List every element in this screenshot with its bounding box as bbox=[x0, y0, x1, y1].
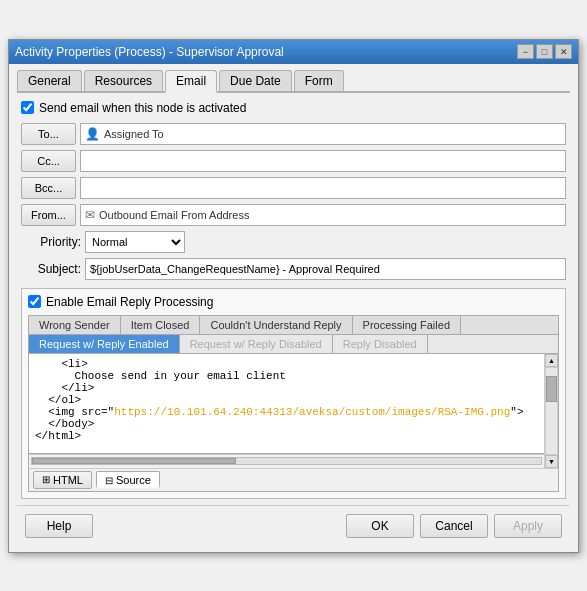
reply-tab-couldnt-understand[interactable]: Couldn't Understand Reply bbox=[200, 316, 352, 334]
from-value: Outbound Email From Address bbox=[99, 209, 561, 221]
to-row: To... 👤 Assigned To bbox=[21, 123, 566, 145]
code-scroll-area: <li> Choose send in your email client </… bbox=[29, 354, 544, 468]
reply-tab-request-disabled: Request w/ Reply Disabled bbox=[180, 335, 333, 353]
send-email-checkbox[interactable] bbox=[21, 101, 34, 114]
bcc-row: Bcc... bbox=[21, 177, 566, 199]
reply-section: Enable Email Reply Processing Wrong Send… bbox=[21, 288, 566, 499]
content-area: General Resources Email Due Date Form Se… bbox=[9, 64, 578, 552]
send-email-row: Send email when this node is activated bbox=[21, 101, 566, 115]
cancel-button[interactable]: Cancel bbox=[420, 514, 488, 538]
to-button[interactable]: To... bbox=[21, 123, 76, 145]
main-window: Activity Properties (Process) - Supervis… bbox=[8, 39, 579, 553]
editor-toolbar: ⊞ HTML ⊟ Source bbox=[29, 468, 558, 491]
horizontal-scrollbar[interactable] bbox=[29, 454, 544, 468]
enable-reply-row: Enable Email Reply Processing bbox=[28, 295, 559, 309]
bottom-right-buttons: OK Cancel Apply bbox=[346, 514, 562, 538]
enable-reply-label: Enable Email Reply Processing bbox=[46, 295, 213, 309]
reply-tab-row2: Request w/ Reply Enabled Request w/ Repl… bbox=[29, 335, 558, 354]
source-tab-label: Source bbox=[116, 474, 151, 486]
tab-email[interactable]: Email bbox=[165, 70, 217, 93]
html-tab-label: HTML bbox=[53, 474, 83, 486]
reply-tab-processing-failed[interactable]: Processing Failed bbox=[353, 316, 461, 334]
tab-resources[interactable]: Resources bbox=[84, 70, 163, 91]
reply-tab-item-closed[interactable]: Item Closed bbox=[121, 316, 201, 334]
ok-button[interactable]: OK bbox=[346, 514, 414, 538]
title-bar: Activity Properties (Process) - Supervis… bbox=[9, 40, 578, 64]
to-field: 👤 Assigned To bbox=[80, 123, 566, 145]
scroll-down-button[interactable]: ▼ bbox=[545, 455, 558, 468]
tab-general[interactable]: General bbox=[17, 70, 82, 91]
window-title: Activity Properties (Process) - Supervis… bbox=[15, 45, 284, 59]
priority-label: Priority: bbox=[21, 235, 81, 249]
subject-field[interactable] bbox=[85, 258, 566, 280]
main-tab-row: General Resources Email Due Date Form bbox=[17, 70, 570, 93]
code-wrapper: <li> Choose send in your email client </… bbox=[29, 354, 558, 468]
priority-row: Priority: Normal High Low bbox=[21, 231, 566, 253]
v-scroll-thumb[interactable] bbox=[546, 376, 557, 402]
source-tab-button[interactable]: ⊟ Source bbox=[96, 471, 160, 488]
h-scroll-track bbox=[31, 457, 542, 465]
enable-reply-checkbox[interactable] bbox=[28, 295, 41, 308]
v-scroll-track bbox=[545, 367, 558, 455]
source-icon: ⊟ bbox=[105, 475, 113, 486]
tab-due-date[interactable]: Due Date bbox=[219, 70, 292, 91]
reply-tab-reply-disabled: Reply Disabled bbox=[333, 335, 428, 353]
window-controls: − □ ✕ bbox=[517, 44, 572, 59]
vertical-scrollbar[interactable]: ▲ ▼ bbox=[544, 354, 558, 468]
reply-tabs-container: Wrong Sender Item Closed Couldn't Unders… bbox=[28, 315, 559, 492]
from-field: ✉ Outbound Email From Address bbox=[80, 204, 566, 226]
from-row: From... ✉ Outbound Email From Address bbox=[21, 204, 566, 226]
email-form: Send email when this node is activated T… bbox=[17, 101, 570, 499]
cc-button[interactable]: Cc... bbox=[21, 150, 76, 172]
bcc-field[interactable] bbox=[80, 177, 566, 199]
html-icon: ⊞ bbox=[42, 474, 50, 485]
tab-form[interactable]: Form bbox=[294, 70, 344, 91]
reply-tab-request-enabled[interactable]: Request w/ Reply Enabled bbox=[29, 335, 180, 353]
subject-label: Subject: bbox=[21, 262, 81, 276]
bcc-button[interactable]: Bcc... bbox=[21, 177, 76, 199]
apply-button[interactable]: Apply bbox=[494, 514, 562, 538]
subject-row: Subject: bbox=[21, 258, 566, 280]
minimize-button[interactable]: − bbox=[517, 44, 534, 59]
maximize-button[interactable]: □ bbox=[536, 44, 553, 59]
close-button[interactable]: ✕ bbox=[555, 44, 572, 59]
priority-select[interactable]: Normal High Low bbox=[85, 231, 185, 253]
help-button[interactable]: Help bbox=[25, 514, 93, 538]
contact-icon: 👤 bbox=[85, 127, 100, 141]
cc-row: Cc... bbox=[21, 150, 566, 172]
to-value: Assigned To bbox=[104, 128, 561, 140]
cc-field[interactable] bbox=[80, 150, 566, 172]
bottom-bar: Help OK Cancel Apply bbox=[17, 505, 570, 544]
reply-tab-wrong-sender[interactable]: Wrong Sender bbox=[29, 316, 121, 334]
scroll-up-button[interactable]: ▲ bbox=[545, 354, 558, 367]
send-email-label: Send email when this node is activated bbox=[39, 101, 246, 115]
from-button[interactable]: From... bbox=[21, 204, 76, 226]
mail-icon: ✉ bbox=[85, 208, 95, 222]
code-editor-content[interactable]: <li> Choose send in your email client </… bbox=[29, 354, 544, 454]
h-scroll-thumb[interactable] bbox=[32, 458, 236, 464]
html-tab-button[interactable]: ⊞ HTML bbox=[33, 471, 92, 489]
reply-tab-row1: Wrong Sender Item Closed Couldn't Unders… bbox=[29, 316, 558, 335]
